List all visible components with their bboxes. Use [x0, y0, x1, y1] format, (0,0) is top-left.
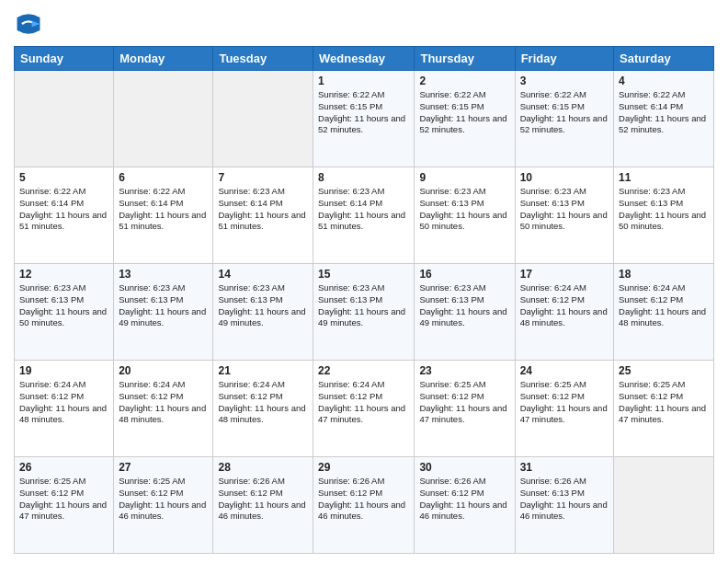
day-info: Sunrise: 6:22 AM Sunset: 6:14 PM Dayligh… — [619, 89, 709, 136]
day-number: 29 — [318, 461, 409, 474]
day-cell: 1Sunrise: 6:22 AM Sunset: 6:15 PM Daylig… — [313, 71, 415, 167]
day-number: 4 — [619, 75, 709, 87]
day-number: 19 — [19, 364, 108, 377]
day-info: Sunrise: 6:24 AM Sunset: 6:12 PM Dayligh… — [19, 379, 108, 426]
day-cell — [213, 71, 313, 167]
day-number: 20 — [119, 364, 208, 377]
day-number: 5 — [19, 171, 108, 184]
day-cell: 9Sunrise: 6:23 AM Sunset: 6:13 PM Daylig… — [415, 167, 515, 264]
day-cell: 8Sunrise: 6:23 AM Sunset: 6:14 PM Daylig… — [313, 167, 415, 264]
day-info: Sunrise: 6:24 AM Sunset: 6:12 PM Dayligh… — [318, 379, 409, 426]
day-cell: 13Sunrise: 6:23 AM Sunset: 6:13 PM Dayli… — [114, 264, 213, 361]
day-info: Sunrise: 6:26 AM Sunset: 6:12 PM Dayligh… — [218, 476, 308, 523]
day-info: Sunrise: 6:23 AM Sunset: 6:14 PM Dayligh… — [318, 186, 409, 233]
day-number: 22 — [318, 364, 409, 377]
header-day-friday: Friday — [515, 47, 613, 71]
day-number: 16 — [419, 268, 509, 281]
day-cell: 2Sunrise: 6:22 AM Sunset: 6:15 PM Daylig… — [415, 71, 515, 167]
day-number: 15 — [318, 268, 409, 281]
day-cell: 27Sunrise: 6:25 AM Sunset: 6:12 PM Dayli… — [114, 457, 213, 554]
day-cell: 5Sunrise: 6:22 AM Sunset: 6:14 PM Daylig… — [15, 167, 114, 264]
day-info: Sunrise: 6:23 AM Sunset: 6:13 PM Dayligh… — [520, 186, 609, 233]
day-info: Sunrise: 6:22 AM Sunset: 6:15 PM Dayligh… — [520, 89, 609, 136]
header-day-thursday: Thursday — [415, 47, 515, 71]
day-cell: 3Sunrise: 6:22 AM Sunset: 6:15 PM Daylig… — [515, 71, 613, 167]
day-number: 12 — [19, 268, 108, 281]
header — [14, 9, 714, 39]
day-number: 8 — [318, 171, 409, 184]
day-cell: 4Sunrise: 6:22 AM Sunset: 6:14 PM Daylig… — [614, 71, 714, 167]
day-cell: 30Sunrise: 6:26 AM Sunset: 6:12 PM Dayli… — [415, 457, 515, 554]
day-cell: 6Sunrise: 6:22 AM Sunset: 6:14 PM Daylig… — [114, 167, 213, 264]
header-day-monday: Monday — [114, 47, 213, 71]
day-info: Sunrise: 6:25 AM Sunset: 6:12 PM Dayligh… — [619, 379, 709, 426]
day-info: Sunrise: 6:25 AM Sunset: 6:12 PM Dayligh… — [19, 476, 108, 523]
day-number: 30 — [419, 461, 509, 474]
day-number: 23 — [419, 364, 509, 377]
day-info: Sunrise: 6:25 AM Sunset: 6:12 PM Dayligh… — [419, 379, 509, 426]
day-number: 27 — [119, 461, 208, 474]
day-number: 10 — [520, 171, 609, 184]
day-cell: 7Sunrise: 6:23 AM Sunset: 6:14 PM Daylig… — [213, 167, 313, 264]
day-info: Sunrise: 6:23 AM Sunset: 6:13 PM Dayligh… — [318, 282, 409, 329]
day-info: Sunrise: 6:23 AM Sunset: 6:13 PM Dayligh… — [218, 282, 308, 329]
day-cell: 12Sunrise: 6:23 AM Sunset: 6:13 PM Dayli… — [15, 264, 114, 361]
day-info: Sunrise: 6:22 AM Sunset: 6:15 PM Dayligh… — [318, 89, 409, 136]
day-number: 1 — [318, 75, 409, 87]
day-info: Sunrise: 6:26 AM Sunset: 6:12 PM Dayligh… — [318, 476, 409, 523]
day-info: Sunrise: 6:24 AM Sunset: 6:12 PM Dayligh… — [619, 282, 709, 329]
day-cell: 15Sunrise: 6:23 AM Sunset: 6:13 PM Dayli… — [313, 264, 415, 361]
day-number: 11 — [619, 171, 709, 184]
day-cell: 29Sunrise: 6:26 AM Sunset: 6:12 PM Dayli… — [313, 457, 415, 554]
week-row-4: 19Sunrise: 6:24 AM Sunset: 6:12 PM Dayli… — [15, 361, 714, 457]
header-day-wednesday: Wednesday — [313, 47, 415, 71]
day-info: Sunrise: 6:23 AM Sunset: 6:13 PM Dayligh… — [419, 282, 509, 329]
day-cell — [114, 71, 213, 167]
day-number: 13 — [119, 268, 208, 281]
day-info: Sunrise: 6:23 AM Sunset: 6:14 PM Dayligh… — [218, 186, 308, 233]
day-number: 26 — [19, 461, 108, 474]
day-info: Sunrise: 6:24 AM Sunset: 6:12 PM Dayligh… — [218, 379, 308, 426]
page: SundayMondayTuesdayWednesdayThursdayFrid… — [0, 0, 728, 563]
header-day-saturday: Saturday — [614, 47, 714, 71]
week-row-5: 26Sunrise: 6:25 AM Sunset: 6:12 PM Dayli… — [15, 457, 714, 554]
day-cell: 23Sunrise: 6:25 AM Sunset: 6:12 PM Dayli… — [415, 361, 515, 457]
day-cell: 31Sunrise: 6:26 AM Sunset: 6:13 PM Dayli… — [515, 457, 613, 554]
day-cell: 26Sunrise: 6:25 AM Sunset: 6:12 PM Dayli… — [15, 457, 114, 554]
day-number: 6 — [119, 171, 208, 184]
day-cell: 25Sunrise: 6:25 AM Sunset: 6:12 PM Dayli… — [614, 361, 714, 457]
day-number: 2 — [419, 75, 509, 87]
day-info: Sunrise: 6:24 AM Sunset: 6:12 PM Dayligh… — [119, 379, 208, 426]
day-cell: 18Sunrise: 6:24 AM Sunset: 6:12 PM Dayli… — [614, 264, 714, 361]
day-info: Sunrise: 6:22 AM Sunset: 6:14 PM Dayligh… — [119, 186, 208, 233]
day-cell: 14Sunrise: 6:23 AM Sunset: 6:13 PM Dayli… — [213, 264, 313, 361]
day-info: Sunrise: 6:23 AM Sunset: 6:13 PM Dayligh… — [19, 282, 108, 329]
day-info: Sunrise: 6:23 AM Sunset: 6:13 PM Dayligh… — [619, 186, 709, 233]
day-number: 14 — [218, 268, 308, 281]
day-info: Sunrise: 6:26 AM Sunset: 6:12 PM Dayligh… — [419, 476, 509, 523]
day-number: 31 — [520, 461, 609, 474]
week-row-2: 5Sunrise: 6:22 AM Sunset: 6:14 PM Daylig… — [15, 167, 714, 264]
day-number: 3 — [520, 75, 609, 87]
day-cell: 19Sunrise: 6:24 AM Sunset: 6:12 PM Dayli… — [15, 361, 114, 457]
day-cell: 16Sunrise: 6:23 AM Sunset: 6:13 PM Dayli… — [415, 264, 515, 361]
day-number: 7 — [218, 171, 308, 184]
week-row-3: 12Sunrise: 6:23 AM Sunset: 6:13 PM Dayli… — [15, 264, 714, 361]
day-info: Sunrise: 6:23 AM Sunset: 6:13 PM Dayligh… — [419, 186, 509, 233]
day-number: 28 — [218, 461, 308, 474]
day-info: Sunrise: 6:26 AM Sunset: 6:13 PM Dayligh… — [520, 476, 609, 523]
day-cell: 17Sunrise: 6:24 AM Sunset: 6:12 PM Dayli… — [515, 264, 613, 361]
day-number: 24 — [520, 364, 609, 377]
logo-icon — [14, 9, 43, 39]
day-info: Sunrise: 6:22 AM Sunset: 6:15 PM Dayligh… — [419, 89, 509, 136]
day-cell: 28Sunrise: 6:26 AM Sunset: 6:12 PM Dayli… — [213, 457, 313, 554]
day-cell: 10Sunrise: 6:23 AM Sunset: 6:13 PM Dayli… — [515, 167, 613, 264]
calendar-table: SundayMondayTuesdayWednesdayThursdayFrid… — [14, 46, 714, 554]
header-day-tuesday: Tuesday — [213, 47, 313, 71]
day-cell: 20Sunrise: 6:24 AM Sunset: 6:12 PM Dayli… — [114, 361, 213, 457]
day-cell: 11Sunrise: 6:23 AM Sunset: 6:13 PM Dayli… — [614, 167, 714, 264]
day-cell: 21Sunrise: 6:24 AM Sunset: 6:12 PM Dayli… — [213, 361, 313, 457]
day-cell — [15, 71, 114, 167]
day-number: 9 — [419, 171, 509, 184]
day-info: Sunrise: 6:25 AM Sunset: 6:12 PM Dayligh… — [520, 379, 609, 426]
